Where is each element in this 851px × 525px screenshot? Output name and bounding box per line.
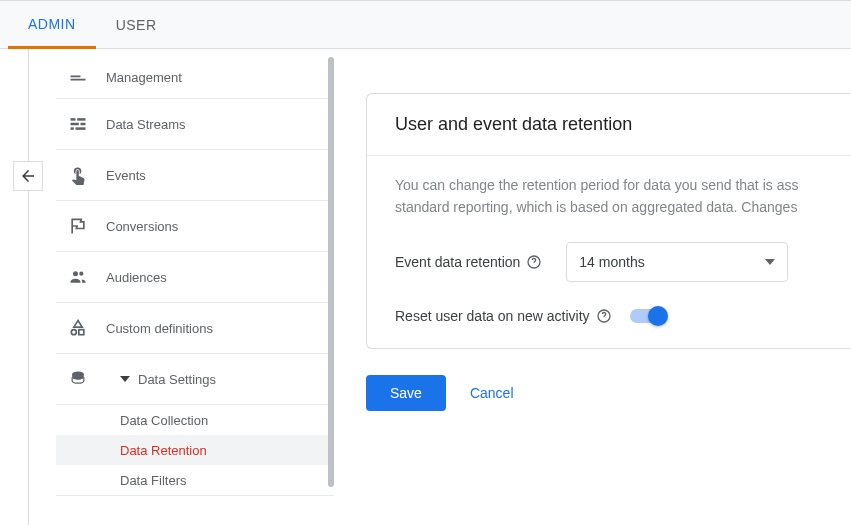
caret-down-icon (120, 374, 130, 384)
svg-rect-5 (76, 127, 86, 129)
retention-card: User and event data retention You can ch… (366, 93, 851, 349)
sidebar-item-label: Data Settings (138, 372, 216, 387)
sidebar-item-data-settings[interactable]: Data Settings (56, 354, 334, 405)
svg-rect-1 (77, 118, 85, 121)
flag-icon (66, 214, 90, 238)
svg-point-8 (71, 330, 76, 335)
sidebar-item-label: Management (106, 70, 182, 85)
help-icon[interactable] (526, 254, 542, 270)
select-value: 14 months (579, 254, 644, 270)
sidebar-item-management[interactable]: Management (56, 57, 334, 99)
sidebar-item-label: Data Streams (106, 117, 185, 132)
svg-rect-3 (81, 123, 86, 126)
card-description: You can change the retention period for … (367, 156, 851, 218)
sidebar-sub-data-filters[interactable]: Data Filters (56, 465, 334, 495)
reset-data-toggle[interactable] (630, 309, 666, 323)
event-retention-label: Event data retention (395, 254, 520, 270)
back-button[interactable] (13, 161, 43, 191)
tab-admin[interactable]: ADMIN (8, 2, 96, 49)
event-retention-row: Event data retention 14 months (367, 218, 851, 282)
shapes-icon (66, 316, 90, 340)
svg-rect-4 (71, 127, 74, 129)
sidebar-item-label: Events (106, 168, 146, 183)
reset-data-row: Reset user data on new activity (367, 282, 851, 348)
sidebar-item-custom-definitions[interactable]: Custom definitions (56, 303, 334, 354)
back-column (0, 49, 56, 525)
dropdown-icon (765, 259, 775, 265)
action-buttons: Save Cancel (366, 375, 851, 411)
cancel-button[interactable]: Cancel (470, 385, 514, 401)
sidebar-sub-data-collection[interactable]: Data Collection (56, 405, 334, 435)
reset-data-label: Reset user data on new activity (395, 308, 590, 324)
sliders-icon (66, 66, 90, 90)
svg-point-6 (73, 271, 78, 276)
sidebar-item-events[interactable]: Events (56, 150, 334, 201)
help-icon[interactable] (596, 308, 612, 324)
touch-icon (66, 163, 90, 187)
sidebar-sub-data-retention[interactable]: Data Retention (56, 435, 334, 465)
sidebar-item-label: Custom definitions (106, 321, 213, 336)
card-title: User and event data retention (367, 94, 851, 156)
data-settings-subitems: Data Collection Data Retention Data Filt… (56, 405, 334, 496)
sidebar-item-label: Audiences (106, 270, 167, 285)
save-button[interactable]: Save (366, 375, 446, 411)
sidebar: Management Data Streams Events Conversio… (56, 49, 334, 525)
sidebar-item-audiences[interactable]: Audiences (56, 252, 334, 303)
tab-user[interactable]: USER (96, 1, 177, 48)
svg-point-7 (79, 272, 83, 276)
event-retention-select[interactable]: 14 months (566, 242, 788, 282)
sidebar-item-label: Conversions (106, 219, 178, 234)
svg-rect-0 (71, 118, 76, 121)
sidebar-item-conversions[interactable]: Conversions (56, 201, 334, 252)
top-tabs: ADMIN USER (0, 0, 851, 49)
svg-rect-9 (79, 330, 84, 335)
sidebar-item-data-streams[interactable]: Data Streams (56, 99, 334, 150)
main-content: User and event data retention You can ch… (334, 49, 851, 525)
svg-rect-2 (71, 123, 79, 126)
database-icon (66, 367, 90, 391)
vertical-line (28, 49, 29, 525)
toggle-thumb (648, 306, 668, 326)
stream-icon (66, 112, 90, 136)
people-icon (66, 265, 90, 289)
arrow-left-icon (19, 167, 37, 185)
